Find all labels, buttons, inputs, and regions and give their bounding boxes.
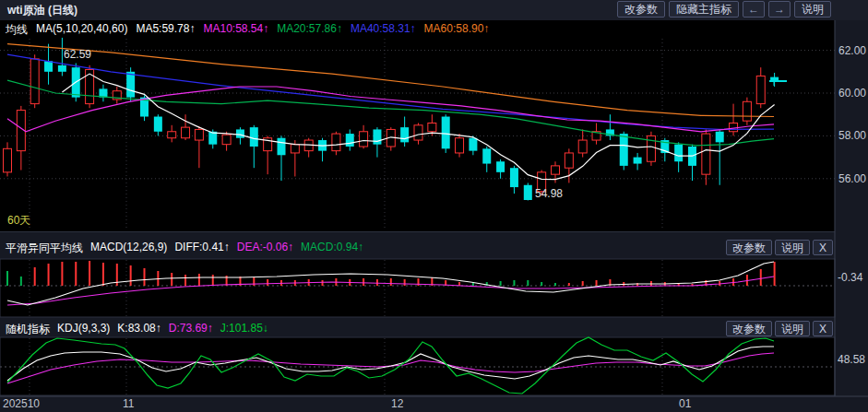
macd-title: 平滑异同平均线	[6, 241, 83, 256]
svg-text:62.00: 62.00	[838, 44, 866, 57]
svg-text:48.58: 48.58	[838, 353, 865, 366]
ma5-value: MA5:59.78↑	[136, 22, 195, 38]
ma20-value: MA20:57.86↑	[277, 22, 342, 38]
app-window: 62.0060.0058.0056.0062.5954.9860天-0.3448…	[0, 0, 868, 412]
prev-arrow-button[interactable]: ←	[743, 1, 765, 18]
hide-main-indicator-button[interactable]: 隐藏主指标	[669, 1, 739, 18]
kdj-close-button[interactable]: X	[813, 321, 833, 336]
diff-value: DIFF:0.41↑	[174, 241, 229, 256]
x-axis-label-12: 12	[391, 397, 403, 410]
svg-text:-0.34: -0.34	[838, 271, 863, 284]
d-value: D:73.69↑	[169, 322, 213, 337]
next-arrow-button[interactable]: →	[768, 1, 791, 18]
svg-text:54.98: 54.98	[535, 187, 563, 200]
kdj-buttons: 改参数 说明 X	[726, 321, 833, 336]
kdj-change-params-button[interactable]: 改参数	[726, 321, 772, 336]
kdj-title: 随机指标	[6, 322, 50, 337]
change-params-button[interactable]: 改参数	[617, 1, 665, 18]
ma60-value: MA60:58.90↑	[424, 22, 490, 38]
x-axis-label-01: 01	[679, 397, 691, 410]
ma-formula: MA(5,10,20,40,60)	[36, 22, 127, 38]
x-axis-label-11: 11	[123, 397, 134, 410]
macd-value: MACD:0.94↑	[301, 241, 363, 256]
macd-formula: MACD(12,26,9)	[90, 241, 167, 256]
ma-info-bar: 均线 MA(5,10,20,40,60) MA5:59.78↑ MA10:58.…	[6, 22, 489, 38]
svg-text:56.00: 56.00	[838, 172, 866, 185]
svg-text:62.59: 62.59	[64, 48, 91, 61]
kdj-formula: KDJ(9,3,3)	[57, 322, 110, 337]
ma-label: 均线	[6, 22, 28, 38]
x-axis-label-202510: 202510	[3, 397, 40, 410]
ma10-value: MA10:58.54↑	[203, 22, 268, 38]
chart-canvas[interactable]: 62.0060.0058.0056.0062.5954.9860天-0.3448…	[0, 0, 868, 412]
toolbar: 改参数 隐藏主指标 ← → 说明	[617, 1, 831, 18]
page-title: wti原油 (日线)	[7, 0, 77, 20]
ma40-value: MA40:58.31↑	[351, 22, 416, 38]
k-value: K:83.08↑	[117, 322, 161, 337]
macd-buttons: 改参数 说明 X	[726, 240, 833, 255]
macd-change-params-button[interactable]: 改参数	[726, 240, 772, 255]
help-button[interactable]: 说明	[794, 1, 831, 18]
kdj-help-button[interactable]: 说明	[775, 321, 810, 336]
dea-value: DEA:-0.06↑	[237, 241, 293, 256]
title-bar: wti原油 (日线) 改参数 隐藏主指标 ← → 说明	[0, 0, 868, 20]
svg-text:60.00: 60.00	[838, 87, 866, 100]
j-value: J:101.85↓	[220, 322, 268, 337]
kdj-header: 随机指标 KDJ(9,3,3) K:83.08↑ D:73.69↑ J:101.…	[6, 322, 268, 337]
svg-text:60天: 60天	[7, 214, 30, 227]
macd-header: 平滑异同平均线 MACD(12,26,9) DIFF:0.41↑ DEA:-0.…	[6, 241, 363, 256]
macd-help-button[interactable]: 说明	[775, 240, 810, 255]
svg-text:58.00: 58.00	[838, 129, 866, 142]
macd-close-button[interactable]: X	[813, 240, 833, 255]
